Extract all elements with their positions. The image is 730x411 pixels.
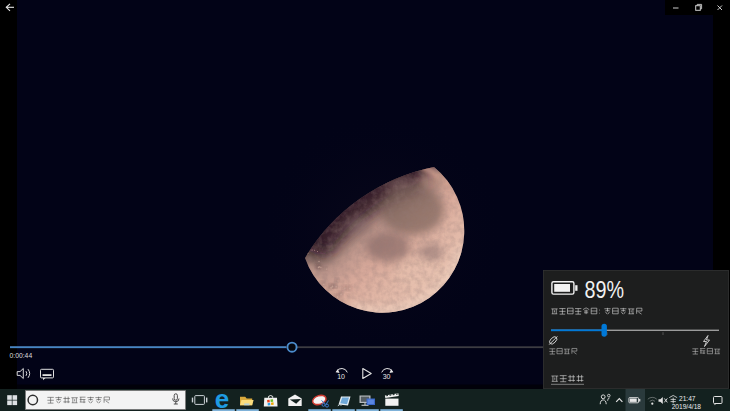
svg-text:0:00:44: 0:00:44	[10, 352, 33, 359]
svg-text:30: 30	[383, 373, 391, 380]
svg-text:e: e	[215, 384, 229, 411]
svg-text:2019/4/18: 2019/4/18	[672, 403, 702, 410]
svg-text:89%: 89%	[585, 277, 625, 303]
svg-text:10: 10	[337, 373, 345, 380]
svg-text:21:47: 21:47	[679, 395, 696, 402]
